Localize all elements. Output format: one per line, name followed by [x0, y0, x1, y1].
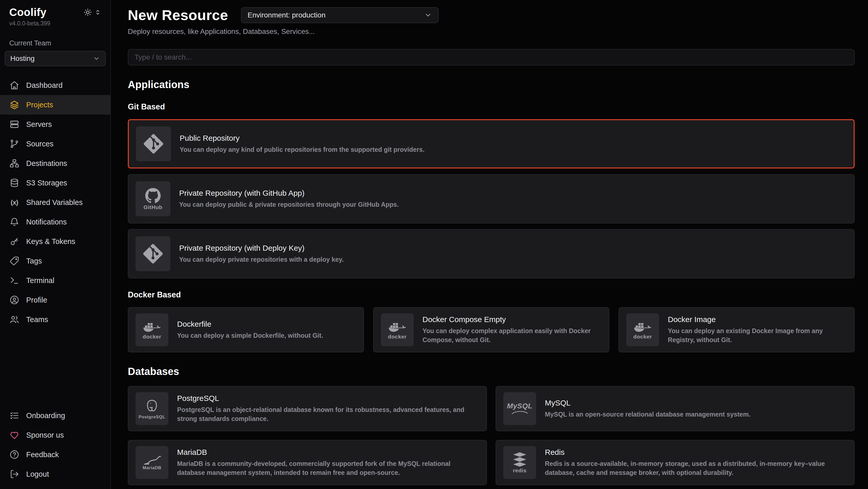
card-title: Public Repository [180, 134, 425, 143]
sidebar-item-label: Profile [26, 296, 47, 304]
sidebar-item-sources[interactable]: Sources [0, 134, 111, 153]
sidebar-item-teams[interactable]: Teams [0, 310, 111, 329]
sidebar-item-terminal[interactable]: Terminal [0, 271, 111, 290]
card-description: You can deploy an existing Docker Image … [668, 326, 847, 344]
environment-select[interactable]: Environment: production [241, 7, 439, 23]
sidebar-item-label: Teams [26, 315, 48, 324]
subsection-heading-docker-based: Docker Based [128, 290, 855, 299]
postgresql-icon: PostgreSQL [135, 392, 168, 425]
theme-toggle-sun-icon[interactable] [84, 8, 92, 17]
card-description: You can deploy public & private reposito… [179, 200, 399, 209]
docker-icon: docker [626, 313, 659, 346]
sidebar-item-onboarding[interactable]: Onboarding [0, 406, 111, 425]
sidebar-item-dashboard[interactable]: Dashboard [0, 76, 111, 95]
sidebar-item-label: Sponsor us [26, 431, 64, 439]
sidebar-item-servers[interactable]: Servers [0, 115, 111, 134]
git-branch-icon [9, 139, 20, 149]
card-postgresql[interactable]: PostgreSQL PostgreSQL PostgreSQL is an o… [128, 386, 487, 431]
logout-icon [9, 469, 20, 479]
tag-icon [9, 256, 20, 266]
terminal-icon [9, 275, 20, 286]
card-description: You can deploy any kind of public reposi… [180, 145, 425, 154]
docker-wordmark: docker [388, 334, 407, 339]
page-subtitle: Deploy resources, like Applications, Dat… [128, 27, 855, 36]
team-select-value: Hosting [10, 54, 35, 63]
card-title: Redis [545, 448, 847, 457]
subsection-heading-git-based: Git Based [128, 102, 855, 112]
sidebar-item-profile[interactable]: Profile [0, 290, 111, 310]
card-description: PostgreSQL is an object-relational datab… [177, 405, 479, 423]
sidebar-item-keys-tokens[interactable]: Keys & Tokens [0, 232, 111, 251]
github-icon: GitHub [135, 181, 170, 216]
sidebar-footer-nav: Onboarding Sponsor us Feedback Logout [0, 406, 111, 484]
card-docker-image[interactable]: docker Docker Image You can deploy an ex… [619, 307, 855, 352]
app-logo: Coolify [9, 6, 46, 19]
sidebar-item-projects[interactable]: Projects [0, 95, 111, 115]
card-title: Docker Image [668, 315, 847, 324]
redis-icon: redis [503, 446, 536, 479]
network-icon [9, 158, 20, 169]
card-text: Docker Compose Empty You can deploy comp… [423, 315, 601, 344]
users-icon [9, 314, 20, 325]
card-private-repository-deploy-key[interactable]: Private Repository (with Deploy Key) You… [128, 229, 855, 279]
card-text: Private Repository (with GitHub App) You… [179, 189, 399, 209]
card-description: MariaDB is a community-developed, commer… [177, 459, 479, 477]
sidebar-item-s3-storages[interactable]: S3 Storages [0, 173, 111, 193]
sidebar-item-tags[interactable]: Tags [0, 251, 111, 271]
checklist-icon [9, 410, 20, 421]
card-private-repository-github-app[interactable]: GitHub Private Repository (with GitHub A… [128, 174, 855, 224]
sidebar-item-label: Tags [26, 257, 42, 265]
card-redis[interactable]: redis Redis Redis is a source-available,… [496, 440, 855, 485]
card-mysql[interactable]: MySQL MySQL MySQL is an open-source rela… [496, 386, 855, 431]
card-dockerfile[interactable]: docker Dockerfile You can deploy a simpl… [128, 307, 364, 352]
card-text: Redis Redis is a source-available, in-me… [545, 448, 847, 477]
card-docker-compose-empty[interactable]: docker Docker Compose Empty You can depl… [373, 307, 609, 352]
sidebar-item-label: Shared Variables [26, 198, 83, 207]
main-content: New Resource Environment: production Dep… [111, 0, 868, 489]
card-text: MariaDB MariaDB is a community-developed… [177, 448, 479, 477]
card-title: PostgreSQL [177, 394, 479, 403]
sidebar-item-logout[interactable]: Logout [0, 464, 111, 484]
card-description: You can deploy complex application easil… [423, 326, 601, 344]
sidebar-item-label: Destinations [26, 159, 67, 168]
chevrons-up-down-icon[interactable] [94, 9, 101, 16]
sidebar-item-label: Servers [26, 120, 52, 129]
card-title: Docker Compose Empty [423, 315, 601, 324]
section-heading-applications: Applications [128, 79, 855, 90]
sidebar-item-label: Sources [26, 140, 53, 148]
card-title: Private Repository (with GitHub App) [179, 189, 399, 198]
sidebar-item-destinations[interactable]: Destinations [0, 153, 111, 173]
sidebar-item-label: Projects [26, 101, 53, 109]
sidebar-item-label: Dashboard [26, 81, 63, 90]
page-header: New Resource Environment: production [128, 7, 855, 23]
user-circle-icon [9, 295, 20, 305]
sidebar-item-notifications[interactable]: Notifications [0, 212, 111, 232]
sidebar-item-feedback[interactable]: Feedback [0, 445, 111, 464]
mysql-wordmark: MySQL [507, 402, 532, 410]
sidebar-item-label: Keys & Tokens [26, 237, 75, 246]
team-select[interactable]: Hosting [5, 51, 106, 66]
server-icon [9, 119, 20, 130]
sidebar: Coolify v4.0.0-beta.399 Current Team Hos… [0, 0, 111, 489]
chevron-down-icon [93, 55, 100, 62]
card-description: You can deploy a simple Dockerfile, with… [177, 331, 323, 340]
variable-icon: (x) [9, 197, 20, 207]
card-description: Redis is a source-available, in-memory s… [545, 459, 847, 477]
mariadb-icon: MariaDB [135, 446, 168, 479]
sidebar-item-label: Onboarding [26, 411, 65, 420]
sidebar-item-sponsor-us[interactable]: Sponsor us [0, 425, 111, 445]
card-public-repository[interactable]: Public Repository You can deploy any kin… [128, 119, 855, 169]
page-title: New Resource [128, 7, 228, 23]
card-title: MySQL [545, 399, 750, 407]
postgresql-wordmark: PostgreSQL [138, 415, 165, 419]
home-icon [9, 80, 20, 90]
sidebar-item-shared-variables[interactable]: (x) Shared Variables [0, 193, 111, 212]
section-heading-databases: Databases [128, 366, 855, 377]
search-input[interactable] [128, 49, 855, 65]
brand-actions [84, 8, 101, 17]
card-mariadb[interactable]: MariaDB MariaDB MariaDB is a community-d… [128, 440, 487, 485]
card-title: Dockerfile [177, 320, 323, 328]
docker-icon: docker [381, 313, 414, 346]
card-text: MySQL MySQL is an open-source relational… [545, 399, 750, 419]
git-icon [136, 126, 171, 161]
